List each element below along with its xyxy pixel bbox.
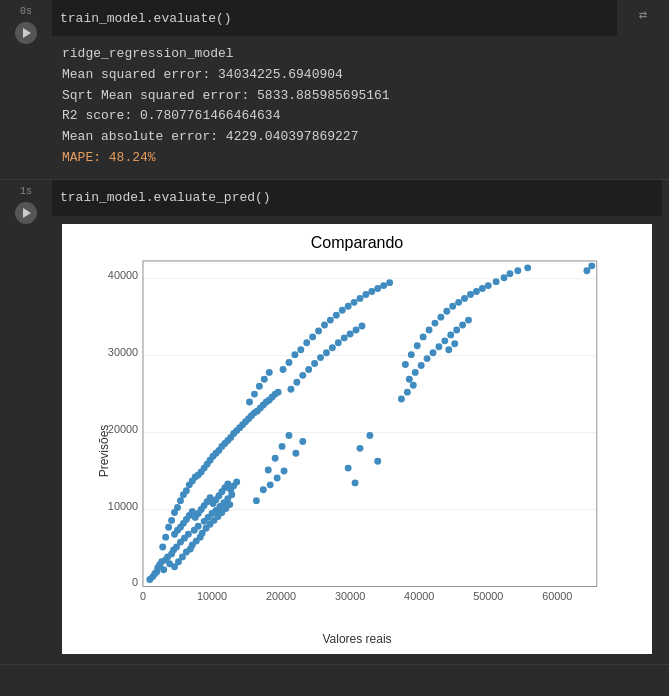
svg-point-183 — [459, 321, 466, 328]
svg-point-197 — [352, 479, 359, 486]
cell-1-gutter: 0s — [0, 0, 52, 179]
svg-point-164 — [305, 366, 312, 373]
svg-point-40 — [185, 531, 192, 538]
svg-point-173 — [359, 322, 366, 329]
cell-2-gutter: 1s — [0, 180, 52, 664]
output-mape: MAPE: 48.24% — [62, 148, 607, 169]
cell-2-content: train_model.evaluate_pred() Comparando P… — [52, 180, 662, 664]
svg-point-154 — [461, 295, 468, 302]
svg-point-140 — [368, 288, 375, 295]
svg-point-171 — [347, 330, 354, 337]
svg-point-86 — [162, 533, 169, 540]
svg-point-91 — [177, 497, 184, 504]
svg-text:40000: 40000 — [108, 268, 138, 280]
svg-point-184 — [465, 316, 472, 323]
svg-point-132 — [321, 321, 328, 328]
svg-point-196 — [345, 464, 352, 471]
chart-title: Comparando — [72, 234, 642, 252]
svg-point-206 — [398, 395, 405, 402]
svg-point-139 — [362, 291, 369, 298]
svg-point-211 — [493, 278, 500, 285]
svg-point-88 — [168, 517, 175, 524]
svg-point-159 — [588, 262, 595, 269]
svg-point-152 — [449, 303, 456, 310]
cell-2-input: train_model.evaluate_pred() — [52, 180, 662, 216]
svg-point-150 — [437, 313, 444, 320]
svg-point-190 — [299, 438, 306, 445]
svg-text:20000: 20000 — [108, 422, 138, 434]
svg-point-207 — [404, 388, 411, 395]
svg-text:10000: 10000 — [197, 590, 227, 602]
svg-point-205 — [266, 369, 273, 376]
svg-point-135 — [339, 307, 346, 314]
chart-area: Previsões Valores reais 0 10000 — [72, 256, 642, 646]
svg-point-128 — [297, 346, 304, 353]
output-mse: Mean squared error: 34034225.6940904 — [62, 65, 607, 86]
cell-2: 1s train_model.evaluate_pred() Comparand… — [0, 180, 669, 665]
svg-text:30000: 30000 — [108, 345, 138, 357]
svg-point-142 — [380, 282, 387, 289]
cell-1-run-button[interactable] — [15, 22, 37, 44]
svg-point-182 — [453, 326, 460, 333]
svg-point-187 — [279, 443, 286, 450]
svg-point-180 — [441, 337, 448, 344]
svg-point-129 — [303, 339, 310, 346]
svg-point-133 — [327, 316, 334, 323]
svg-point-167 — [323, 349, 330, 356]
svg-point-202 — [251, 390, 258, 397]
chart-container: Comparando Previsões Valores reais 0 — [62, 224, 652, 654]
svg-point-27 — [160, 566, 167, 573]
svg-point-149 — [432, 319, 439, 326]
svg-point-179 — [435, 343, 442, 350]
svg-text:30000: 30000 — [335, 590, 365, 602]
svg-point-75 — [207, 494, 214, 501]
svg-text:60000: 60000 — [542, 590, 572, 602]
svg-point-199 — [366, 432, 373, 439]
svg-point-153 — [455, 299, 462, 306]
svg-point-163 — [299, 372, 306, 379]
cell-1-input: train_model.evaluate() — [52, 0, 617, 36]
svg-point-214 — [514, 267, 521, 274]
svg-point-215 — [524, 264, 531, 271]
svg-text:20000: 20000 — [266, 590, 296, 602]
svg-point-81 — [224, 480, 231, 487]
svg-text:50000: 50000 — [473, 590, 503, 602]
svg-point-131 — [315, 327, 322, 334]
exchange-icon-1[interactable]: ⇄ — [639, 6, 647, 23]
svg-point-158 — [485, 282, 492, 289]
svg-point-45 — [195, 523, 202, 530]
svg-point-212 — [501, 274, 508, 281]
svg-point-209 — [445, 346, 452, 353]
svg-point-61 — [226, 501, 233, 508]
svg-text:0: 0 — [140, 590, 146, 602]
svg-point-192 — [260, 486, 267, 493]
svg-point-146 — [414, 342, 421, 349]
svg-point-203 — [256, 383, 263, 390]
svg-point-157 — [479, 285, 486, 292]
svg-text:40000: 40000 — [404, 590, 434, 602]
svg-point-151 — [443, 308, 450, 315]
svg-point-175 — [412, 369, 419, 376]
svg-point-201 — [246, 398, 253, 405]
svg-point-181 — [447, 331, 454, 338]
svg-point-136 — [345, 303, 352, 310]
svg-point-138 — [357, 295, 364, 302]
cell-2-counter: 1s — [20, 186, 32, 198]
svg-point-178 — [430, 349, 437, 356]
svg-point-90 — [174, 504, 181, 511]
cell-2-run-button[interactable] — [15, 202, 37, 224]
svg-point-155 — [467, 291, 474, 298]
cell-1: 0s train_model.evaluate() ridge_regressi… — [0, 0, 669, 180]
svg-point-213 — [506, 270, 513, 277]
svg-point-195 — [281, 467, 288, 474]
svg-point-208 — [410, 382, 417, 389]
svg-point-204 — [261, 376, 268, 383]
cell-1-output: ridge_regression_model Mean squared erro… — [52, 36, 617, 179]
svg-point-124 — [275, 388, 282, 395]
scatter-plot: 0 10000 20000 30000 40000 — [100, 256, 620, 621]
svg-point-170 — [341, 334, 348, 341]
svg-point-93 — [183, 487, 190, 494]
svg-point-198 — [357, 445, 364, 452]
cell-1-toolbar: ⇄ — [617, 0, 669, 179]
cell-1-content: train_model.evaluate() ridge_regression_… — [52, 0, 617, 179]
